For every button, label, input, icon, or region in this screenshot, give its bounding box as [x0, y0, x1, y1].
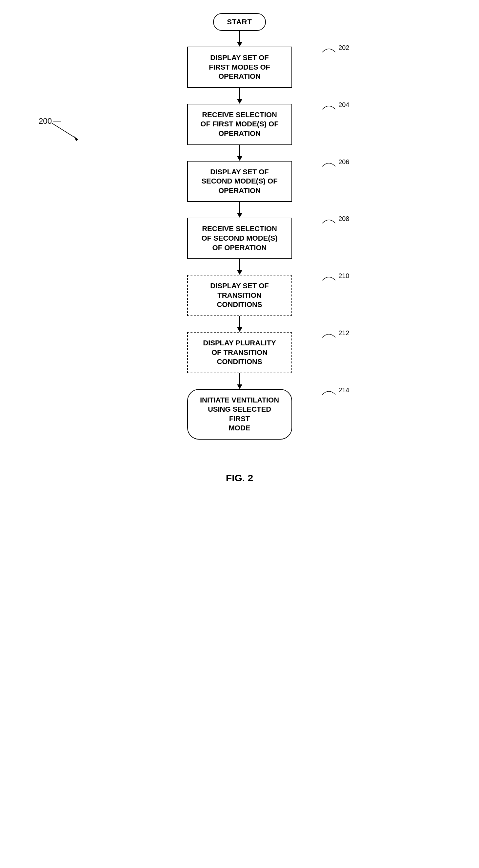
- node-208-wrapper: RECEIVE SELECTIONOF SECOND MODE(S)OF OPE…: [158, 218, 321, 259]
- ref-204-bracket: [321, 101, 337, 111]
- ref-212-bracket: [321, 329, 337, 339]
- ref-210: 210: [321, 272, 349, 282]
- node-210-label: DISPLAY SET OFTRANSITIONCONDITIONS: [210, 282, 269, 309]
- figure-caption: FIG. 2: [226, 472, 253, 484]
- ref-210-label: 210: [338, 272, 349, 280]
- node-206-wrapper: DISPLAY SET OFSECOND MODE(S) OFOPERATION…: [158, 161, 321, 202]
- arrow-line-3: [239, 145, 240, 156]
- flowchart: START DISPLAY SET OFFIRST MODES OFOPERAT…: [158, 13, 321, 484]
- arrow-line-6: [239, 316, 240, 327]
- node-204-wrapper: RECEIVE SELECTIONOF FIRST MODE(S) OFOPER…: [158, 104, 321, 145]
- arrow-head-3: [237, 156, 242, 161]
- arrow-line-1: [239, 31, 240, 42]
- arrow-head-7: [237, 384, 242, 389]
- start-node-wrapper: START: [158, 13, 321, 31]
- arrow-2: [237, 88, 242, 104]
- arrow-line-4: [239, 202, 240, 213]
- node-204: RECEIVE SELECTIONOF FIRST MODE(S) OFOPER…: [187, 104, 292, 145]
- ref-208-label: 208: [338, 215, 349, 223]
- ref-212: 212: [321, 329, 349, 339]
- ref-206-label: 206: [338, 158, 349, 166]
- node-214-label: INITIATE VENTILATIONUSING SELECTED FIRST…: [200, 396, 279, 432]
- ref-206-bracket: [321, 158, 337, 168]
- arrow-head-1: [237, 42, 242, 46]
- ref-202-label: 202: [338, 44, 349, 52]
- ref-214-label: 214: [338, 386, 349, 394]
- node-206-label: DISPLAY SET OFSECOND MODE(S) OFOPERATION: [201, 168, 277, 195]
- arrow-7: [237, 373, 242, 389]
- arrow-3: [237, 145, 242, 161]
- arrow-1: [237, 31, 242, 46]
- arrow-head-5: [237, 270, 242, 275]
- ref-206: 206: [321, 158, 349, 168]
- node-202-wrapper: DISPLAY SET OFFIRST MODES OFOPERATION 20…: [158, 46, 321, 88]
- ref-202-bracket: [321, 44, 337, 54]
- ref-202: 202: [321, 44, 349, 54]
- node-208-label: RECEIVE SELECTIONOF SECOND MODE(S)OF OPE…: [201, 224, 277, 251]
- node-214-wrapper: INITIATE VENTILATIONUSING SELECTED FIRST…: [158, 389, 321, 440]
- svg-marker-1: [74, 136, 78, 141]
- node-210: DISPLAY SET OFTRANSITIONCONDITIONS: [187, 275, 292, 316]
- node-212-wrapper: DISPLAY PLURALITYOF TRANSITIONCONDITIONS…: [158, 332, 321, 373]
- svg-line-0: [52, 123, 78, 140]
- node-214: INITIATE VENTILATIONUSING SELECTED FIRST…: [187, 389, 292, 440]
- ref-204-label: 204: [338, 101, 349, 108]
- ref-204: 204: [321, 101, 349, 111]
- ref-214-bracket: [321, 386, 337, 396]
- arrow-head-2: [237, 99, 242, 104]
- arrow-head-4: [237, 213, 242, 218]
- node-204-label: RECEIVE SELECTIONOF FIRST MODE(S) OFOPER…: [200, 111, 278, 137]
- node-202-label: DISPLAY SET OFFIRST MODES OFOPERATION: [209, 54, 270, 81]
- arrow-line-5: [239, 259, 240, 270]
- ref-210-bracket: [321, 272, 337, 282]
- start-label: START: [227, 18, 252, 26]
- start-node: START: [213, 13, 266, 31]
- node-210-wrapper: DISPLAY SET OFTRANSITIONCONDITIONS 210: [158, 275, 321, 316]
- node-208: RECEIVE SELECTIONOF SECOND MODE(S)OF OPE…: [187, 218, 292, 259]
- node-212-label: DISPLAY PLURALITYOF TRANSITIONCONDITIONS: [203, 339, 276, 366]
- node-202: DISPLAY SET OFFIRST MODES OFOPERATION: [187, 46, 292, 88]
- arrow-4: [237, 202, 242, 218]
- arrow-line-2: [239, 88, 240, 99]
- arrow-line-7: [239, 373, 240, 384]
- diagram-ref-arrow: [48, 120, 88, 146]
- diagram-container: 200 — START DISPLAY SET OFFIRST MODES OF…: [0, 0, 479, 868]
- ref-214: 214: [321, 386, 349, 396]
- arrow-6: [237, 316, 242, 332]
- arrow-head-6: [237, 327, 242, 332]
- ref-212-label: 212: [338, 329, 349, 337]
- ref-208: 208: [321, 215, 349, 225]
- node-206: DISPLAY SET OFSECOND MODE(S) OFOPERATION: [187, 161, 292, 202]
- node-212: DISPLAY PLURALITYOF TRANSITIONCONDITIONS: [187, 332, 292, 373]
- ref-208-bracket: [321, 215, 337, 225]
- arrow-5: [237, 259, 242, 275]
